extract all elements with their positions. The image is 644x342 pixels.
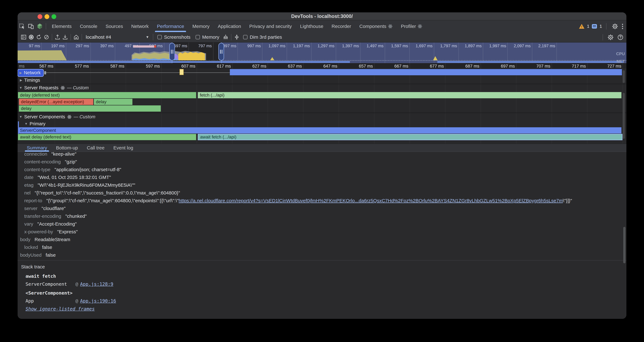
ruler-gridline	[161, 63, 162, 69]
toggle-sidebar-icon[interactable]	[20, 33, 28, 41]
track-server-requests[interactable]: ▼Server Requests — Custom	[18, 84, 626, 91]
stack-frame-source-link[interactable]: App.js:190:16	[80, 298, 116, 304]
details-tab-bottom-up[interactable]: Bottom-up	[52, 144, 82, 152]
timeline-overview[interactable]: 97 ms197 ms297 ms397 ms497 ms597 ms697 m…	[18, 43, 626, 63]
ruler-gridline	[445, 63, 446, 69]
tab-performance[interactable]: Performance	[153, 21, 188, 32]
flamechart-scrollbar-thumb[interactable]	[622, 93, 625, 139]
reload-record-button[interactable]	[35, 33, 43, 41]
screenshots-checkbox[interactable]: Screenshots	[157, 35, 190, 40]
flame-bar[interactable]	[230, 69, 622, 75]
track-resize-grip[interactable]	[44, 71, 46, 74]
flamechart-scrollbar-thumb[interactable]	[622, 70, 625, 83]
tab-lighthouse[interactable]: Lighthouse	[296, 21, 328, 32]
section-divider	[18, 260, 626, 260]
divider	[70, 34, 71, 40]
flame-chart[interactable]: ▶Network ▶Timings ▼Server Requests — Cus…	[18, 69, 626, 144]
overview-tick-label: 2,197 ms	[524, 44, 555, 48]
stack-frame-source-link[interactable]: App.js:128:9	[80, 281, 113, 287]
issues-icon[interactable]	[592, 24, 597, 29]
tab-console[interactable]: Console	[76, 21, 102, 32]
tab-memory[interactable]: Memory	[188, 21, 214, 32]
ruler-tick-label: 707 ms	[517, 64, 550, 69]
help-icon[interactable]	[616, 34, 624, 41]
property-row-server: server"cloudflare"	[18, 204, 626, 212]
upload-profile-icon[interactable]	[54, 33, 61, 41]
property-row-body: bodyReadableStream	[18, 236, 626, 243]
triangle-right-icon: ▶	[20, 78, 22, 82]
tab-elements[interactable]: Elements	[48, 21, 76, 32]
flame-bar-servercomponent[interactable]: ServerComponent	[18, 127, 622, 134]
warning-icon[interactable]: !	[579, 24, 584, 29]
ruler-gridline	[374, 63, 374, 69]
collapse-sections-icon[interactable]	[233, 33, 240, 41]
property-row-date: date"Wed, 01 Oct 2025 18:32:01 GMT"	[18, 173, 626, 181]
ruler-tick-label: 667 ms	[375, 64, 408, 69]
react-atom-icon	[388, 24, 393, 29]
property-value: "Wed, 01 Oct 2025 18:32:01 GMT"	[38, 175, 111, 180]
tab-components[interactable]: Components	[355, 21, 397, 32]
dim-3rd-parties-checkbox[interactable]: Dim 3rd parties	[243, 35, 282, 40]
flame-bar-fetch-api[interactable]: fetch (.../api)	[198, 92, 622, 98]
ruler-gridline	[232, 63, 232, 69]
details-tab-summary[interactable]: Summary	[22, 144, 52, 152]
profile-select[interactable]: localhost #4▼	[86, 35, 149, 40]
triangle-down-icon: ▼	[19, 115, 22, 119]
property-row-content-encoding: content-encoding"gzip"	[18, 158, 626, 166]
ruler-tick-label: 697 ms	[482, 64, 515, 69]
collect-garbage-icon[interactable]	[222, 33, 230, 41]
tab-privacy-and-security[interactable]: Privacy and security	[245, 21, 296, 32]
property-row-connection: connection"keep-alive"	[18, 152, 626, 158]
ruler-tick-label: 647 ms	[304, 64, 337, 69]
property-value: "chunked"	[65, 213, 87, 219]
memory-checkbox[interactable]: Memory	[196, 35, 219, 40]
tab-sources[interactable]: Sources	[102, 21, 127, 32]
show-ignore-listed-frames-link[interactable]: Show ignore-listed frames	[26, 305, 116, 313]
flame-bar-delay[interactable]: delay	[19, 105, 161, 112]
property-value: ReadableStream	[34, 237, 70, 242]
track-network[interactable]: ▶Network	[18, 69, 626, 76]
window-title: DevTools - localhost:3000/	[18, 12, 626, 20]
property-key: body	[20, 237, 30, 242]
network-track-label[interactable]: ▶Network	[18, 70, 43, 76]
tab-network[interactable]: Network	[127, 21, 153, 32]
capture-settings-gear-icon[interactable]	[607, 34, 614, 41]
report-to-url-link[interactable]: https://a.nel.cloudflare.com/report/v4?s…	[178, 198, 563, 203]
long-task-bar	[133, 45, 154, 48]
flame-bar-await-fetch-api[interactable]: await fetch (.../api)	[198, 134, 622, 140]
extension-icon[interactable]	[35, 22, 44, 31]
property-row-content-type: content-type"application/json; charset=u…	[18, 166, 626, 173]
flame-bar-delay-deferred-text[interactable]: delay (deferred text)	[18, 92, 196, 98]
summary-scrollbar-thumb[interactable]	[623, 227, 626, 263]
property-row-bodyused: bodyUsedfalse	[18, 251, 626, 259]
download-profile-icon[interactable]	[61, 33, 69, 41]
tab-profiler[interactable]: Profiler	[397, 21, 426, 32]
details-tab-call-tree[interactable]: Call tree	[82, 144, 109, 152]
summary-pane: connection"keep-alive"content-encoding"g…	[18, 152, 626, 319]
cpu-net-divider	[18, 60, 626, 61]
record-button[interactable]	[28, 33, 35, 41]
settings-gear-icon[interactable]	[610, 22, 620, 31]
details-tab-event-log[interactable]: Event log	[109, 144, 138, 152]
flame-bar-await-delay-deferred-text[interactable]: await delay (deferred text)	[18, 134, 196, 140]
home-icon[interactable]	[72, 33, 80, 41]
tab-recorder[interactable]: Recorder	[328, 21, 355, 32]
more-options-icon[interactable]	[622, 23, 623, 30]
ruler-gridline	[622, 63, 623, 69]
track-primary[interactable]: ▼Primary	[18, 121, 626, 127]
clear-button[interactable]	[43, 33, 50, 41]
flame-bar-delayederror-ayed-exception[interactable]: delayedError (...ayed exception)	[19, 99, 93, 105]
tab-application[interactable]: Application	[214, 21, 245, 32]
issues-count[interactable]: 1	[600, 24, 602, 29]
track-timings[interactable]: ▶Timings	[18, 77, 626, 84]
selection-handle-right[interactable]	[218, 43, 224, 61]
property-value: "W/\"4b1-RjEJloX9kRinu6F0MAZMmy6E5iA\""	[38, 182, 135, 188]
flame-bar[interactable]	[180, 69, 184, 75]
inspect-element-icon[interactable]	[18, 22, 26, 31]
property-row-nel: nel"{\"report_to\":\"cf-nel\",\"success_…	[18, 189, 626, 197]
track-server-components[interactable]: ▼Server Components — Custom	[18, 113, 626, 120]
selection-handle-left[interactable]	[169, 43, 175, 61]
warning-count[interactable]: 1	[587, 24, 590, 29]
device-toolbar-icon[interactable]	[26, 22, 35, 31]
flame-bar-delay[interactable]: delay	[94, 99, 132, 105]
